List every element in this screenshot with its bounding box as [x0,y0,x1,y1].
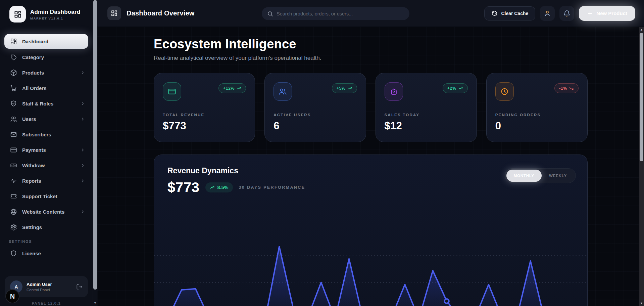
activity-icon [10,177,17,184]
revenue-chart: 2025-06-012025-06-062025-06-112025-06-16… [154,220,587,306]
sidebar-item-label: Reports [22,178,41,184]
cart-icon [10,85,17,92]
stats-row: +12%TOTAL REVENUE$773+5%ACTIVE USERS6+2%… [154,73,588,142]
sidebar-item-products[interactable]: Products [0,65,93,80]
trend-up-icon [210,185,215,190]
sidebar-item-label: Withdraw [22,163,45,168]
top-header: Dashboard Overview Clear Cache [97,0,644,27]
stat-label: PENDING ORDERS [495,113,579,117]
users-icon [274,82,292,101]
trend-badge: +12% [218,83,246,93]
dashboard-icon [10,38,17,45]
stat-card-total-revenue: +12%TOTAL REVENUE$773 [154,73,255,142]
trend-up-icon [458,86,463,91]
credit-card-icon [10,146,17,154]
brand-subtitle: MARKET V12.0.1 [30,16,80,20]
sidebar-item-label: Dashboard [22,39,48,44]
search-icon [267,11,273,17]
revenue-caption: 30 DAYS PERFORMANCE [239,185,305,190]
box-icon [10,69,17,76]
header-actions: Clear Cache New Product [484,6,644,21]
bag-icon [385,82,403,101]
new-product-button[interactable]: New Product [579,6,635,21]
sidebar-item-category[interactable]: Category [0,49,93,65]
users-icon [10,116,17,123]
sidebar-item-payments[interactable]: Payments [0,142,93,158]
toggle-weekly[interactable]: WEEKLY [542,170,574,182]
hero-subtitle: Real-time analytical overview of your pl… [154,55,588,61]
sidebar-item-label: Payments [22,147,46,153]
search-box [262,7,409,20]
sidebar-item-all-orders[interactable]: All Orders [0,80,93,96]
tag-icon [10,54,17,61]
sidebar-item-settings[interactable]: Settings [0,219,93,235]
sidebar-item-users[interactable]: Users [0,111,93,127]
sidebar-item-website-contents[interactable]: Website Contents [0,204,93,219]
stat-card-pending-orders: -1%PENDING ORDERS0 [486,73,588,142]
framework-badge[interactable]: N [5,289,19,303]
page-scrollbar-thumb[interactable] [640,33,643,161]
app-root: Admin Dashboard MARKET V12.0.1 Dashboard… [0,0,644,306]
chevron-right-icon [80,117,85,122]
banknote-icon [10,162,17,169]
chevron-right-icon [80,163,85,168]
trend-badge: -1% [554,83,579,93]
sidebar-item-label: Support Ticket [22,193,57,199]
credit-card-icon [163,82,181,101]
globe-icon [10,208,17,215]
chevron-right-icon [80,178,85,183]
brand-logo-icon [9,6,26,23]
revenue-change-badge: 8.5% [205,182,233,192]
sidebar-scrollbar-thumb[interactable] [93,0,97,290]
stat-card-sales-today: +2%SALES TODAY$12 [376,73,477,142]
sidebar-item-label: Category [22,54,44,60]
notifications-button[interactable] [559,6,574,21]
sidebar-item-withdraw[interactable]: Withdraw [0,158,93,173]
gear-icon [10,224,17,231]
stat-label: TOTAL REVENUE [163,113,246,117]
page-scrollbar-up-arrow[interactable]: ▲ [639,28,644,31]
revenue-dynamics-card: Revenue Dynamics $773 8.5% 30 DAYS PERFO… [154,155,588,306]
trend-up-icon [237,86,241,91]
refresh-icon [491,10,498,16]
profile-button[interactable] [540,6,555,21]
page-title: Dashboard Overview [127,9,195,17]
stat-card-active-users: +5%ACTIVE USERS6 [264,73,366,142]
sidebar-item-label: Settings [22,224,42,230]
sidebar-item-dashboard[interactable]: Dashboard [4,34,88,49]
sidebar-item-support-ticket[interactable]: Support Ticket [0,188,93,204]
chevron-right-icon [80,70,85,75]
content-scroll-area: Ecosystem Intelligence Real-time analyti… [97,27,644,306]
search-input[interactable] [277,11,404,16]
page-scrollbar-down-arrow[interactable]: ▼ [639,302,644,305]
trend-down-icon [569,86,574,91]
hero-title: Ecosystem Intelligence [154,37,588,51]
stat-value: 0 [495,120,579,132]
sidebar-item-label: Website Contents [22,209,64,215]
chevron-right-icon [80,101,85,106]
sidebar-item-label: All Orders [22,85,47,91]
user-name: Admin User [27,282,52,287]
stat-value: $773 [163,120,246,132]
sidebar-item-reports[interactable]: Reports [0,173,93,188]
stat-value: $12 [385,120,468,132]
clear-cache-button[interactable]: Clear Cache [484,6,535,20]
period-toggle: MONTHLYWEEKLY [505,168,576,183]
chevron-right-icon [80,147,85,152]
sidebar-item-license[interactable]: License [0,246,93,261]
clock-icon [495,82,514,101]
sidebar-scrollbar-down-arrow[interactable]: ▼ [93,301,97,305]
sidebar-item-staff-roles[interactable]: Staff & Roles [0,96,93,111]
chevron-right-icon [80,209,85,214]
sidebar-item-label: Users [22,116,36,122]
trend-badge: +5% [332,83,357,93]
page-scrollbar: ▲ ▼ [639,27,644,306]
toggle-monthly[interactable]: MONTHLY [506,170,542,182]
sidebar-item-label: Subscribers [22,132,51,137]
bell-icon [563,10,571,17]
main-area: Dashboard Overview Clear Cache [97,0,644,306]
logout-icon[interactable] [76,283,83,290]
sidebar-item-subscribers[interactable]: Subscribers [0,127,93,142]
sidebar-item-label: License [22,251,41,256]
sidebar: Admin Dashboard MARKET V12.0.1 Dashboard… [0,0,93,306]
